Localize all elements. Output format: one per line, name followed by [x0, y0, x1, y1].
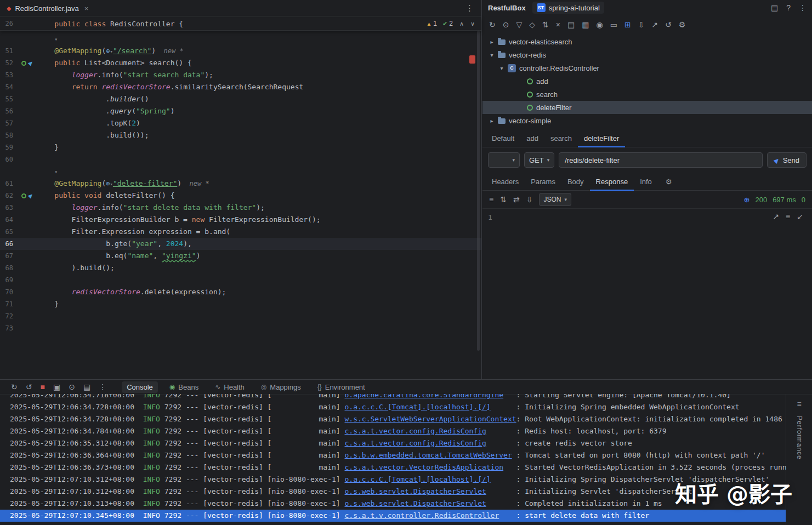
code-line[interactable]: 70 redisVectorStore.delete(expression); — [0, 286, 481, 298]
code-line[interactable]: 61 @GetMapping(⊕▾"delete-filter") new * — [0, 178, 481, 190]
code-line[interactable]: 67 b.eq("name", "yingzi") — [0, 250, 481, 262]
code-line[interactable]: 56 .query("Spring") — [0, 105, 481, 117]
log-line[interactable]: 2025-05-29T12:06:34.728+08:00 INFO 7292 … — [0, 413, 786, 425]
code-line[interactable]: 62▶ public void deleteFilter() { — [0, 190, 481, 202]
menu-icon[interactable]: ≡ — [786, 212, 790, 221]
sidebar-icon[interactable]: ▤ — [567, 20, 575, 29]
code-line[interactable]: 55 .builder() — [0, 93, 481, 105]
code-line[interactable]: 71 } — [0, 298, 481, 310]
scroll-icon[interactable]: ↙ — [797, 212, 803, 221]
send-request-icon[interactable]: ▶ — [25, 190, 37, 201]
log-line[interactable]: 2025-05-29T12:06:34.728+08:00 INFO 7292 … — [0, 401, 786, 413]
log-line[interactable]: 2025-05-29T12:07:10.313+08:00 INFO 7292 … — [0, 498, 786, 510]
code-line[interactable]: 73 — [0, 322, 481, 334]
logger-link[interactable]: c.s.a.t.vector.VectorRedisApplication — [345, 463, 504, 471]
code-line[interactable]: 59 } — [0, 141, 481, 153]
tree-item-search[interactable]: search — [482, 88, 812, 101]
editor-scrollbar[interactable] — [477, 31, 480, 351]
warning-count[interactable]: 1 — [433, 20, 437, 27]
settings-icon[interactable]: ⚙ — [666, 178, 672, 186]
tab-deletefilter[interactable]: deleteFilter — [578, 129, 625, 147]
editor-tab[interactable]: ◆ RedisController.java × — [0, 0, 95, 16]
code-line[interactable]: 57 .topK(2) — [0, 117, 481, 129]
code-line[interactable]: 64 FilterExpressionBuilder b = new Filte… — [0, 214, 481, 226]
performance-tool-tab[interactable]: Performance — [796, 416, 803, 460]
code-line[interactable]: ▾ — [0, 33, 481, 45]
method-select[interactable]: GET ▾ — [524, 152, 554, 168]
log-area[interactable]: 2025-05-29T12:06:34.718+08:00 INFO 7292 … — [0, 394, 786, 525]
log-line[interactable]: 2025-05-29T12:06:36.364+08:00 INFO 7292 … — [0, 449, 786, 461]
restart-icon[interactable]: ↺ — [26, 383, 32, 391]
more-icon[interactable]: ⋮ — [799, 3, 807, 12]
tab-response[interactable]: Response — [590, 173, 634, 191]
url-input[interactable]: /redis/delete-filter — [559, 152, 763, 168]
log-line[interactable]: 2025-05-29T12:07:10.312+08:00 INFO 7292 … — [0, 486, 786, 498]
prev-problem-icon[interactable]: ∧ — [459, 20, 464, 27]
export-icon[interactable]: ↗ — [651, 20, 658, 29]
tree-item-add[interactable]: add — [482, 75, 812, 88]
folder-icon[interactable]: ▤ — [771, 3, 778, 12]
code-line[interactable]: 68 ).build(); — [0, 262, 481, 274]
expand-all-icon[interactable]: ⇅ — [542, 20, 549, 29]
chevron-icon[interactable]: ▾ — [499, 65, 504, 71]
tab-health[interactable]: ∿Health — [210, 381, 249, 393]
clear-icon[interactable]: ▤ — [83, 383, 90, 391]
tab-environment[interactable]: {}Environment — [313, 381, 370, 393]
sync-icon[interactable]: ↻ — [489, 20, 496, 29]
camera-icon[interactable]: ▣ — [53, 383, 60, 391]
log-line[interactable]: 2025-05-29T12:07:10.345+08:00 INFO 7292 … — [0, 510, 786, 522]
tab-mappings[interactable]: ◎Mappings — [256, 381, 306, 393]
format-select[interactable]: JSON ▾ — [539, 193, 571, 206]
logger-link[interactable]: o.s.web.servlet.DispatcherServlet — [345, 499, 486, 507]
code-line[interactable]: 72 — [0, 310, 481, 322]
code-line[interactable]: 65 Filter.Expression expression = b.and( — [0, 226, 481, 238]
collapse-icon[interactable]: ⇅ — [500, 195, 507, 204]
search-icon[interactable]: ⊙ — [503, 20, 509, 29]
layout-icon[interactable]: ▦ — [582, 20, 589, 29]
tree-item-vector-simple[interactable]: ▸vector-simple — [482, 114, 812, 127]
data-table-icon[interactable]: ⊞ — [624, 20, 631, 29]
tree-item-vector-redis[interactable]: ▾vector-redis — [482, 48, 812, 61]
logger-link[interactable]: c.s.a.t.vector.config.RedisConfig — [345, 439, 486, 447]
project-tab[interactable]: ST spring-ai-tutorial — [532, 2, 604, 14]
log-line[interactable]: 2025-05-29T12:06:34.718+08:00 INFO 7292 … — [0, 394, 786, 401]
tab-params[interactable]: Params — [525, 173, 561, 191]
comment-icon[interactable]: ▭ — [610, 20, 617, 29]
tab-default[interactable]: Default — [486, 129, 520, 147]
tab-search[interactable]: search — [544, 129, 578, 147]
code-line[interactable]: 52▶ public List<Document> search() { — [0, 57, 481, 69]
response-editor[interactable]: 1 ↗≡↙ — [482, 209, 812, 379]
chevron-icon[interactable]: ▾ — [489, 52, 495, 58]
snapshot-icon[interactable]: ⊙ — [69, 383, 75, 391]
tab-body[interactable]: Body — [561, 173, 590, 191]
logger-link[interactable]: o.a.c.c.C.[Tomcat].[localhost].[/] — [345, 403, 491, 411]
code-area[interactable]: ▾51 @GetMapping(⊕▾"/search") new *52▶ pu… — [0, 31, 481, 334]
logger-link[interactable]: w.s.c.ServletWebServerApplicationContext — [345, 415, 516, 423]
send-request-icon[interactable]: ▶ — [25, 57, 37, 69]
tab-console[interactable]: Console — [122, 381, 158, 393]
expand-icon[interactable]: ↗ — [773, 212, 779, 221]
rerun-icon[interactable]: ↻ — [11, 383, 18, 391]
collapse-all-icon[interactable]: × — [556, 20, 560, 29]
logger-link[interactable]: o.a.c.c.C.[Tomcat].[localhost].[/] — [345, 475, 491, 483]
wrap-icon[interactable]: ⇄ — [513, 195, 520, 204]
code-line[interactable]: 58 .build()); — [0, 129, 481, 141]
help-icon[interactable]: ? — [786, 3, 791, 12]
history-icon[interactable]: ↺ — [665, 20, 672, 29]
code-line[interactable]: 54 return redisVectorStore.similaritySea… — [0, 81, 481, 93]
import-icon[interactable]: ⇩ — [638, 20, 645, 29]
tab-headers[interactable]: Headers — [486, 173, 525, 191]
code-line[interactable]: 53 logger.info("start search data"); — [0, 69, 481, 81]
chevron-icon[interactable]: ▸ — [489, 118, 495, 124]
tree-item-deleteFilter[interactable]: deleteFilter — [482, 101, 812, 114]
more-icon[interactable]: ⋮ — [99, 383, 106, 391]
stripe-menu-icon[interactable]: ≡ — [797, 400, 801, 408]
check-count[interactable]: 2 — [449, 20, 453, 27]
log-line[interactable]: 2025-05-29T12:07:10.312+08:00 INFO 7292 … — [0, 473, 786, 486]
filter-icon[interactable]: ▽ — [516, 20, 522, 29]
settings-icon[interactable]: ⚙ — [679, 20, 686, 29]
send-button[interactable]: ▶ Send — [767, 152, 807, 168]
logger-link[interactable]: c.s.a.t.v.controller.RedisController — [345, 511, 499, 520]
code-line[interactable]: 63 logger.info("start delete data with f… — [0, 202, 481, 214]
preview-icon[interactable]: ◉ — [596, 20, 603, 29]
